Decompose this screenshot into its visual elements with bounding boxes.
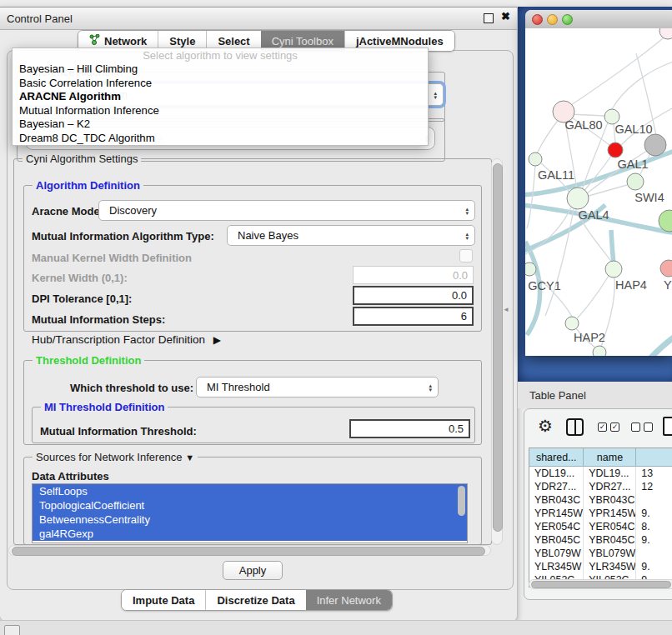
collapsed-panel-icon[interactable] — [4, 625, 20, 635]
threshold-definition-title: Threshold Definition — [33, 354, 144, 367]
network-node[interactable] — [525, 262, 536, 276]
network-node[interactable] — [605, 261, 622, 278]
attribute-list-item[interactable]: BetweennessCentrality — [33, 512, 467, 527]
algorithm-option[interactable]: Bayesian – K2 — [13, 118, 428, 132]
tab-label: Cyni Toolbox — [272, 35, 333, 48]
table-row[interactable]: YER054CYER054C8. — [529, 520, 672, 533]
table-cell: YBR045C — [529, 533, 584, 547]
table-row[interactable]: YBR043CYBR043C — [529, 493, 672, 507]
sources-title-label: Sources for Network Inference — [36, 451, 183, 463]
expand-arrow-icon: ▶ — [213, 334, 221, 346]
table-cell: YBR043C — [584, 493, 636, 507]
table-column-header[interactable]: shared... — [529, 448, 584, 467]
node-label: GAL4 — [578, 208, 609, 222]
node-table[interactable]: shared...name YDL19...YDL19...13YDR27...… — [529, 448, 672, 588]
algorithm-option[interactable]: ARACNE Algorithm — [13, 90, 428, 104]
close-icon[interactable]: ✖ — [501, 10, 510, 22]
network-node[interactable] — [593, 346, 606, 356]
network-node[interactable] — [660, 260, 672, 277]
mi-threshold-input[interactable]: 0.5 — [349, 419, 470, 438]
which-threshold-combo[interactable]: MI Threshold ▴▾ — [196, 377, 439, 398]
network-canvas[interactable]: GAL80GAL10GAL1GAL11SWI4GAL4GCY1HAP4YHAP2 — [525, 28, 672, 356]
data-attributes-list[interactable]: SelfLoopsTopologicalCoefficientBetweenne… — [32, 483, 468, 543]
zoom-window-icon[interactable] — [562, 14, 573, 25]
table-cell — [636, 547, 672, 560]
algorithm-option[interactable]: Mutual Information Inference — [13, 104, 428, 118]
tab-impute-data[interactable]: Impute Data — [122, 590, 205, 610]
manual-kernel-checkbox[interactable] — [459, 249, 473, 262]
network-node[interactable] — [567, 188, 589, 209]
table-horizontal-scrollbar[interactable] — [529, 579, 672, 589]
bottom-tabbar: Impute Data Discretize Data Infer Networ… — [121, 589, 393, 611]
gear-icon[interactable]: ⚙ — [538, 416, 553, 436]
select-all-checkboxes-icon[interactable]: ✓✓ — [598, 422, 619, 432]
vertical-scrollbar-thumb[interactable] — [493, 163, 503, 532]
table-cell: YDR27... — [584, 480, 636, 493]
table-column-header[interactable]: name — [584, 448, 636, 467]
table-row[interactable]: YLR345WYLR345W9. — [529, 560, 672, 573]
dpi-tolerance-input[interactable]: 0.0 — [353, 286, 474, 305]
attribute-list-item[interactable]: gal4RGexp — [33, 527, 467, 541]
splitpane-handle[interactable]: ◄ — [503, 306, 509, 313]
apply-button-label: Apply — [239, 564, 267, 577]
columns-icon[interactable] — [566, 418, 584, 436]
kernel-width-input[interactable]: 0.0 — [353, 266, 474, 284]
network-node[interactable] — [529, 152, 542, 166]
mi-steps-input[interactable]: 6 — [353, 307, 474, 326]
attribute-list-item[interactable]: SelfLoops — [33, 484, 467, 498]
mi-type-value: Naive Bayes — [238, 229, 298, 242]
node-label: HAP2 — [574, 331, 605, 344]
node-label: GCY1 — [528, 279, 561, 292]
node-label: HAP4 — [615, 278, 647, 292]
settings-vertical-scrollbar[interactable] — [491, 158, 503, 545]
network-node[interactable] — [659, 28, 672, 39]
node-label: GAL1 — [617, 158, 648, 171]
table-row[interactable]: YPR145WYPR145W9. — [529, 507, 672, 520]
close-window-icon[interactable] — [532, 14, 543, 25]
aracne-mode-combo[interactable]: Discovery ▴▾ — [98, 200, 475, 221]
network-node[interactable] — [644, 134, 666, 156]
attribute-list-item[interactable]: TopologicalCoefficient — [33, 498, 467, 512]
mi-type-combo[interactable]: Naive Bayes ▴▾ — [227, 225, 475, 246]
algorithm-option[interactable]: Bayesian – Hill Climbing — [13, 62, 428, 77]
mi-steps-value: 6 — [461, 310, 467, 322]
kernel-width-value: 0.0 — [453, 269, 468, 282]
tab-infer-network[interactable]: Infer Network — [306, 590, 392, 610]
table-cell: YLR345W — [529, 560, 584, 573]
apply-button[interactable]: Apply — [223, 561, 283, 580]
table-row[interactable]: YBL079WYBL079W — [529, 547, 672, 560]
aracne-mode-label: Aracne Mode: — [32, 205, 103, 218]
aracne-mode-value: Discovery — [109, 204, 157, 217]
network-window-titlebar[interactable] — [525, 10, 672, 29]
deselect-all-checkboxes-icon[interactable] — [631, 422, 653, 432]
combo-arrows-icon: ▴▾ — [434, 91, 437, 99]
algorithm-option[interactable]: Basic Correlation Inference — [13, 77, 428, 91]
settings-group-title: Cyni Algorithm Settings — [23, 152, 141, 165]
settings-horizontal-scrollbar[interactable] — [8, 545, 491, 556]
table-row[interactable]: YDR27...YDR27...12 — [529, 480, 672, 493]
algorithm-option[interactable]: Dream8 DC_TDC Algorithm — [13, 132, 428, 146]
control-panel-titlebar[interactable]: Control Panel ✖ — [0, 7, 517, 30]
algorithm-popup-list: Bayesian – Hill ClimbingBasic Correlatio… — [13, 62, 428, 145]
network-view-window[interactable]: GAL80GAL10GAL1GAL11SWI4GAL4GCY1HAP4YHAP2 — [525, 10, 672, 356]
page-icon[interactable] — [663, 417, 672, 436]
which-threshold-label: Which threshold to use: — [70, 382, 193, 394]
float-panel-icon[interactable] — [484, 13, 494, 23]
hub-definition-toggle[interactable]: Hub/Transcription Factor Definition ▶ — [32, 333, 221, 346]
table-panel-bar[interactable]: Table Panel — [518, 382, 672, 408]
network-node[interactable] — [565, 317, 579, 330]
horizontal-scrollbar-thumb[interactable] — [12, 547, 485, 556]
table-row[interactable]: YBR045CYBR045C9. — [529, 533, 672, 547]
table-scrollbar-thumb[interactable] — [531, 581, 671, 588]
table-panel-window: ⚙ ✓✓ shared...name YDL19...YDL19...13YDR… — [524, 408, 672, 600]
dpi-tolerance-label: DPI Tolerance [0,1]: — [32, 292, 132, 305]
table-row[interactable]: YDL19...YDL19...13 — [529, 467, 672, 480]
network-node[interactable] — [627, 173, 644, 190]
sources-group-title[interactable]: Sources for Network Inference ▼ — [33, 451, 198, 463]
minimize-window-icon[interactable] — [547, 14, 558, 25]
table-cell: YBL079W — [584, 547, 636, 560]
list-scrollbar-thumb[interactable] — [458, 486, 465, 516]
table-column-header[interactable] — [636, 448, 672, 467]
network-node[interactable] — [608, 142, 623, 158]
tab-discretize-data[interactable]: Discretize Data — [205, 590, 305, 610]
